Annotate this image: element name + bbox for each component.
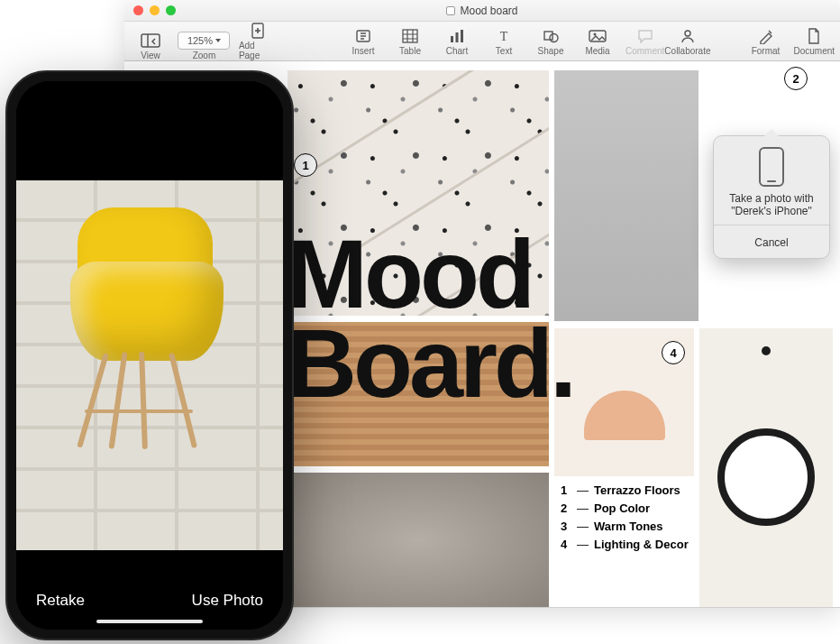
svg-rect-6 [403,30,417,42]
callout-4[interactable]: 4 [662,341,685,364]
window-controls [133,5,176,15]
media-icon [588,27,607,45]
collaborate-icon [678,27,698,45]
legend[interactable]: 1—Terrazzo Floors 2—Pop Color 3—Warm Ton… [561,482,689,555]
popover-cancel-button[interactable]: Cancel [721,233,822,251]
chart-icon [447,27,467,45]
svg-text:T: T [500,30,508,43]
iphone-notch [87,81,213,103]
svg-rect-11 [544,32,552,40]
minimize-window-button[interactable] [150,5,160,15]
toolbar-insert[interactable]: Insert [344,27,382,56]
camera-photo-preview [16,180,283,550]
use-photo-button[interactable]: Use Photo [192,592,263,610]
legend-row: 4—Lighting & Decor [561,536,689,554]
zoom-select[interactable]: 125% [178,32,230,50]
document-title: Mood board [446,5,517,17]
insert-icon [353,27,373,45]
toolbar-media[interactable]: Media [579,27,616,56]
toolbar-add-page[interactable]: Add Page [239,22,278,60]
legend-row: 2—Pop Color [561,500,689,518]
yellow-chair [43,207,251,442]
window-titlebar: Mood board [124,0,840,22]
callout-2[interactable]: 2 [784,67,808,90]
toolbar-collaborate[interactable]: Collaborate [664,27,710,56]
toolbar: View 125% Zoom Add Page Insert [124,22,840,61]
svg-point-12 [550,33,558,41]
popover-message: Take a photo with "Derek's iPhone" [721,192,822,217]
close-window-button[interactable] [133,5,143,15]
camera-preview-area: Retake Use Photo [16,81,283,630]
text-icon: T [494,27,514,45]
legend-row: 1—Terrazzo Floors [561,482,689,500]
svg-rect-9 [461,30,463,42]
toolbar-table[interactable]: Table [391,27,429,56]
format-icon [756,27,776,45]
toolbar-shape[interactable]: Shape [532,27,570,56]
toolbar-zoom[interactable]: 125% Zoom [178,32,230,60]
image-mirror[interactable] [699,328,833,607]
svg-rect-8 [456,32,459,42]
toolbar-view[interactable]: View [132,32,169,60]
hero-title[interactable]: Mood Board. [287,229,573,409]
sidebar-icon [141,32,160,50]
retake-button[interactable]: Retake [36,592,85,610]
callout-1[interactable]: 1 [294,153,317,177]
table-icon [400,27,420,45]
image-fur[interactable] [288,473,549,607]
continuity-camera-popover: Take a photo with "Derek's iPhone" Cance… [713,135,830,259]
home-indicator[interactable] [96,620,203,623]
toolbar-document[interactable]: Document [794,27,835,56]
svg-point-14 [594,32,597,35]
legend-row: 3—Warm Tones [561,518,689,536]
image-concrete[interactable] [554,70,698,321]
toolbar-format[interactable]: Format [747,27,785,56]
document-icon [804,27,824,45]
toolbar-text[interactable]: T Text [485,27,523,56]
svg-rect-7 [451,36,453,42]
svg-point-15 [685,31,690,36]
toolbar-chart[interactable]: Chart [438,27,476,56]
svg-rect-0 [142,34,160,47]
shape-icon [541,27,561,45]
iphone-screen: Retake Use Photo [16,81,283,630]
zoom-window-button[interactable] [166,5,176,15]
iphone-icon [759,147,784,187]
comment-icon [635,27,655,45]
iphone-device: Retake Use Photo [5,70,294,640]
add-page-icon [248,22,268,40]
toolbar-comment: Comment [625,27,664,56]
